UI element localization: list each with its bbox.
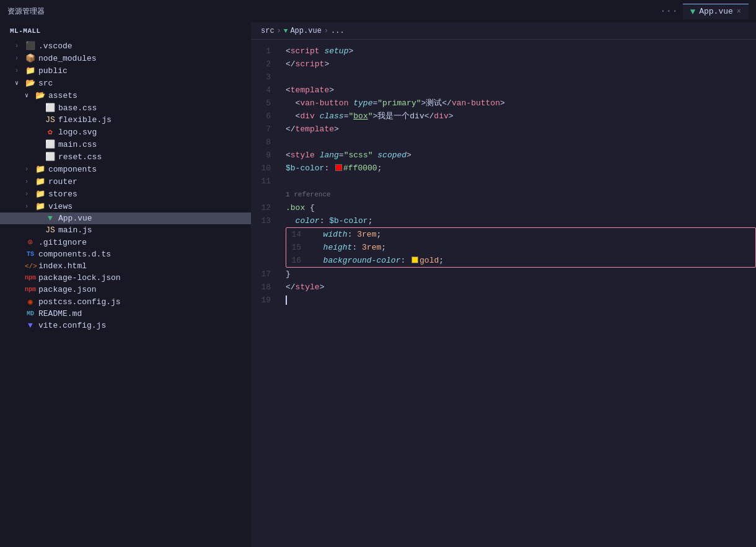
sidebar-item-components-dts[interactable]: TS components.d.ts xyxy=(0,248,251,260)
sidebar-item-vscode[interactable]: › ⬛ .vscode xyxy=(0,40,251,52)
sidebar-item-package-lock-json[interactable]: npm package-lock.json xyxy=(0,272,251,284)
line-number-17: 17 xyxy=(251,268,281,281)
line-content-16: background-color: gold; xyxy=(309,254,444,267)
router-label: router xyxy=(48,177,77,186)
line-content-2: </script> xyxy=(281,58,329,71)
line-content-1: <script setup> xyxy=(281,45,353,58)
line-content-14: width: 3rem; xyxy=(309,228,381,241)
line-content-10: $b-color: #ff0000; xyxy=(281,162,382,175)
sidebar-item-vite-config[interactable]: ▼ vite.config.js xyxy=(0,320,251,331)
line-number-8: 8 xyxy=(251,136,281,149)
line-content-18: </style> xyxy=(281,281,324,294)
sidebar-item-stores[interactable]: › 📁 stores xyxy=(0,188,251,200)
css-icon: ⬜ xyxy=(45,103,56,113)
assets-label: assets xyxy=(48,91,77,100)
package-json-label: package.json xyxy=(38,285,97,294)
npm-icon: npm xyxy=(25,274,36,281)
arrow-icon: ∨ xyxy=(15,79,25,87)
line-number-6: 6 xyxy=(251,110,281,123)
app-vue-tab[interactable]: ▼ App.vue × xyxy=(683,4,749,19)
sidebar-item-flexible-js[interactable]: JS flexible.js xyxy=(0,114,251,126)
sidebar-item-router[interactable]: › 📁 router xyxy=(0,175,251,188)
css-icon3: ⬜ xyxy=(45,152,56,162)
sidebar-item-gitignore[interactable]: ⊙ .gitignore xyxy=(0,236,251,248)
editor-area: src › ▼ App.vue › ... 1 <script setup> 2… xyxy=(251,22,756,547)
vue-tab-icon: ▼ xyxy=(690,7,695,17)
line-number-19: 19 xyxy=(251,294,281,307)
breadcrumb-file: ▼ App.vue xyxy=(284,27,322,35)
sidebar-item-base-css[interactable]: ⬜ base.css xyxy=(0,102,251,114)
css-icon2: ⬜ xyxy=(45,139,56,149)
line-number-13: 13 xyxy=(251,214,281,227)
sidebar-item-reset-css[interactable]: ⬜ reset.css xyxy=(0,151,251,163)
app-vue-label: App.vue xyxy=(58,214,92,223)
breadcrumb-src: src xyxy=(261,27,275,35)
public-label: public xyxy=(38,66,68,76)
line-content-8 xyxy=(281,136,291,149)
sidebar: ML-MALL › ⬛ .vscode › 📦 node_modules › 📁… xyxy=(0,22,251,547)
sidebar-item-public[interactable]: › 📁 public xyxy=(0,64,251,77)
sidebar-item-postcss[interactable]: ◉ postcss.config.js xyxy=(0,295,251,308)
postcss-icon: ◉ xyxy=(25,297,36,307)
js-icon2: JS xyxy=(45,225,56,235)
line-content-11 xyxy=(281,175,291,188)
node-modules-label: node_modules xyxy=(38,54,97,63)
views-folder-icon: 📁 xyxy=(35,201,46,211)
code-line-4: 4 <template> xyxy=(251,84,756,97)
base-css-label: base.css xyxy=(58,103,97,113)
arrow-icon: › xyxy=(15,43,25,50)
code-line-2: 2 </script> xyxy=(251,58,756,71)
reset-css-label: reset.css xyxy=(58,152,102,162)
components-label: components xyxy=(48,165,97,174)
code-editor[interactable]: 1 <script setup> 2 </script> 3 4 <templa… xyxy=(251,40,756,547)
more-options-icon[interactable]: ··· xyxy=(660,6,678,17)
line-content-5: <van-button type="primary">测试</van-butto… xyxy=(281,97,505,110)
sidebar-item-src[interactable]: ∨ 📂 src xyxy=(0,77,251,89)
highlighted-block: 14 width: 3rem; 15 height: 3rem; 16 back… xyxy=(286,227,756,268)
tab-label: App.vue xyxy=(699,7,733,16)
sidebar-item-main-css[interactable]: ⬜ main.css xyxy=(0,138,251,151)
sidebar-item-index-html[interactable]: </> index.html xyxy=(0,260,251,272)
code-line-7: 7 </template> xyxy=(251,123,756,136)
main-layout: ML-MALL › ⬛ .vscode › 📦 node_modules › 📁… xyxy=(0,22,756,547)
svg-icon: ✿ xyxy=(45,127,56,137)
code-line-5: 5 <van-button type="primary">测试</van-but… xyxy=(251,97,756,110)
sidebar-item-node-modules[interactable]: › 📦 node_modules xyxy=(0,52,251,64)
sidebar-item-views[interactable]: › 📁 views xyxy=(0,200,251,212)
reference-text: 1 reference xyxy=(281,189,331,200)
breadcrumb: src › ▼ App.vue › ... xyxy=(251,22,756,40)
line-content-3 xyxy=(281,71,291,84)
line-number-18: 18 xyxy=(251,281,281,294)
code-line-15: 15 height: 3rem; xyxy=(286,241,755,254)
md-icon: MD xyxy=(25,310,36,317)
line-number-15: 15 xyxy=(286,241,309,254)
ts-icon: TS xyxy=(25,251,36,258)
line-content-17: } xyxy=(281,268,291,281)
components-dts-label: components.d.ts xyxy=(38,250,111,259)
sidebar-item-app-vue[interactable]: ▼ App.vue xyxy=(0,212,251,224)
sidebar-item-assets[interactable]: ∨ 📂 assets xyxy=(0,89,251,102)
logo-svg-label: logo.svg xyxy=(58,128,97,137)
sidebar-item-package-json[interactable]: npm package.json xyxy=(0,284,251,295)
sidebar-item-components[interactable]: › 📁 components xyxy=(0,163,251,175)
breadcrumb-dots: ... xyxy=(331,27,345,35)
tab-close-button[interactable]: × xyxy=(737,7,741,16)
html-icon: </> xyxy=(25,263,36,270)
line-content-15: height: 3rem; xyxy=(309,241,386,254)
line-content-7: </template> xyxy=(281,123,339,136)
breadcrumb-sep1: › xyxy=(277,27,281,35)
sidebar-item-main-js[interactable]: JS main.js xyxy=(0,224,251,236)
sidebar-item-readme[interactable]: MD README.md xyxy=(0,308,251,320)
main-css-label: main.css xyxy=(58,140,97,149)
folder-icon: 📁 xyxy=(25,66,36,76)
code-line-6: 6 <div class="box">我是一个div</div> xyxy=(251,110,756,123)
sidebar-item-logo-svg[interactable]: ✿ logo.svg xyxy=(0,126,251,138)
git-icon: ⊙ xyxy=(25,237,36,247)
package-lock-label: package-lock.json xyxy=(38,273,121,282)
arrow-icon: › xyxy=(15,55,25,62)
vite-icon: ▼ xyxy=(25,321,36,330)
line-number-5: 5 xyxy=(251,97,281,110)
arrow-icon: › xyxy=(15,68,25,74)
js-icon: JS xyxy=(45,115,56,125)
flexible-js-label: flexible.js xyxy=(58,115,112,125)
